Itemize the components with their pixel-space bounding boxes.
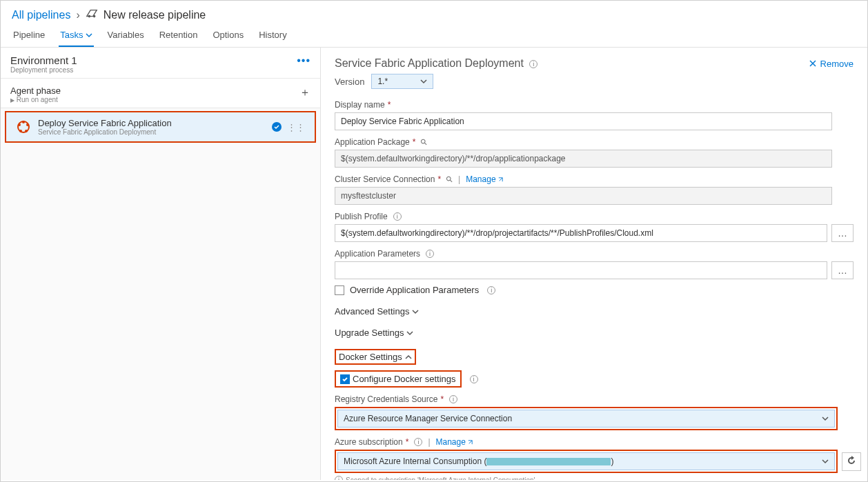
publish-profile-input[interactable] bbox=[335, 224, 827, 242]
svg-point-5 bbox=[25, 130, 28, 132]
manage-connection-link[interactable]: Manage bbox=[466, 174, 503, 184]
chevron-down-icon bbox=[86, 32, 92, 39]
service-fabric-icon bbox=[16, 119, 31, 134]
svg-point-1 bbox=[93, 15, 96, 18]
display-name-label: Display name bbox=[335, 100, 385, 110]
task-deploy-service-fabric[interactable]: Deploy Service Fabric Application Servic… bbox=[5, 111, 316, 143]
tab-history[interactable]: History bbox=[257, 24, 288, 47]
environment-title: Environment 1 bbox=[10, 54, 77, 66]
breadcrumb-link[interactable]: All pipelines bbox=[12, 9, 70, 21]
version-label: Version bbox=[335, 77, 364, 87]
tab-variables[interactable]: Variables bbox=[106, 24, 146, 47]
panel-title: Service Fabric Application Deployment bbox=[335, 57, 524, 69]
info-icon[interactable]: i bbox=[529, 60, 537, 68]
publish-profile-label: Publish Profile bbox=[335, 212, 388, 221]
environment-menu-icon[interactable]: ••• bbox=[297, 54, 310, 67]
info-icon[interactable]: i bbox=[426, 250, 434, 258]
tasks-panel: Environment 1 Deployment process ••• Age… bbox=[1, 48, 321, 480]
app-params-input[interactable] bbox=[335, 261, 827, 279]
external-link-icon bbox=[497, 177, 504, 183]
browse-app-params-button[interactable]: … bbox=[831, 261, 854, 279]
refresh-subscription-button[interactable] bbox=[842, 452, 861, 471]
agent-run-on: ▶ Run on agent bbox=[10, 96, 61, 103]
chevron-down-icon bbox=[822, 458, 829, 465]
manage-subscription-link[interactable]: Manage bbox=[436, 437, 473, 447]
chevron-down-icon bbox=[420, 78, 427, 85]
subscription-scope-note: Scoped to subscription 'Microsoft Azure … bbox=[346, 476, 535, 481]
info-icon: i bbox=[335, 476, 343, 480]
agent-phase-title: Agent phase bbox=[10, 86, 61, 96]
link-icon[interactable]: ⚲ bbox=[419, 137, 430, 148]
override-params-label: Override Application Parameters bbox=[350, 285, 479, 295]
azure-subscription-select[interactable]: Microsoft Azure Internal Consumption () bbox=[337, 452, 835, 470]
breadcrumb: All pipelines › New release pipeline bbox=[1, 1, 867, 24]
tab-tasks[interactable]: Tasks bbox=[59, 24, 93, 47]
tab-options[interactable]: Options bbox=[211, 24, 245, 47]
svg-point-0 bbox=[88, 15, 90, 18]
remove-task-button[interactable]: Remove bbox=[809, 59, 854, 69]
app-package-label: Application Package bbox=[335, 137, 410, 147]
cluster-conn-label: Cluster Service Connection bbox=[335, 174, 435, 184]
app-package-input[interactable] bbox=[335, 150, 832, 168]
version-select[interactable]: 1.* bbox=[371, 74, 433, 89]
svg-point-3 bbox=[22, 121, 25, 123]
info-icon[interactable]: i bbox=[487, 286, 495, 294]
registry-source-select[interactable]: Azure Resource Manager Service Connectio… bbox=[337, 410, 835, 428]
docker-settings-section[interactable]: Docker Settings bbox=[335, 349, 854, 365]
info-icon[interactable]: i bbox=[414, 438, 422, 446]
task-subtitle: Service Fabric Application Deployment bbox=[38, 128, 172, 136]
display-name-input[interactable] bbox=[335, 112, 832, 130]
configure-docker-checkbox[interactable] bbox=[340, 374, 350, 384]
svg-point-7 bbox=[18, 123, 21, 126]
environment-header[interactable]: Environment 1 Deployment process ••• bbox=[1, 48, 320, 79]
chevron-down-icon bbox=[412, 308, 419, 315]
app-params-label: Application Parameters bbox=[335, 249, 420, 259]
breadcrumb-current: New release pipeline bbox=[103, 9, 206, 21]
refresh-icon bbox=[847, 456, 856, 465]
azure-subscription-label: Azure subscription bbox=[335, 437, 403, 447]
task-config-panel: Service Fabric Application Deployment i … bbox=[321, 48, 867, 480]
tab-pipeline[interactable]: Pipeline bbox=[12, 24, 46, 47]
environment-subtitle: Deployment process bbox=[10, 66, 77, 74]
tab-retention[interactable]: Retention bbox=[158, 24, 199, 47]
release-icon bbox=[86, 9, 98, 21]
info-icon[interactable]: i bbox=[470, 375, 478, 383]
browse-publish-profile-button[interactable]: … bbox=[831, 224, 854, 242]
cluster-conn-input[interactable] bbox=[335, 187, 832, 205]
chevron-up-icon bbox=[405, 354, 412, 361]
external-link-icon bbox=[467, 439, 473, 445]
redacted-subscription-id bbox=[486, 458, 611, 465]
override-params-checkbox[interactable] bbox=[335, 285, 344, 295]
close-icon bbox=[809, 60, 816, 67]
upgrade-settings-section[interactable]: Upgrade Settings bbox=[335, 328, 854, 338]
task-drag-handle[interactable]: ⋮⋮ bbox=[287, 122, 305, 132]
info-icon[interactable]: i bbox=[449, 395, 457, 403]
svg-point-4 bbox=[26, 123, 29, 126]
breadcrumb-separator: › bbox=[76, 9, 79, 21]
configure-docker-label: Configure Docker settings bbox=[353, 374, 456, 384]
advanced-settings-section[interactable]: Advanced Settings bbox=[335, 306, 854, 317]
agent-phase-header[interactable]: Agent phase ▶ Run on agent ＋ bbox=[1, 79, 320, 108]
link-icon[interactable]: ⚲ bbox=[444, 174, 455, 185]
pipeline-tabs: Pipeline Tasks Variables Retention Optio… bbox=[1, 24, 867, 48]
chevron-down-icon bbox=[822, 415, 829, 422]
task-enabled-icon bbox=[272, 122, 282, 132]
info-icon[interactable]: i bbox=[393, 212, 402, 221]
chevron-down-icon bbox=[406, 330, 413, 337]
svg-point-6 bbox=[19, 130, 22, 132]
add-task-icon[interactable]: ＋ bbox=[299, 86, 310, 100]
task-title: Deploy Service Fabric Application bbox=[38, 118, 172, 128]
registry-source-label: Registry Credentials Source bbox=[335, 394, 437, 404]
